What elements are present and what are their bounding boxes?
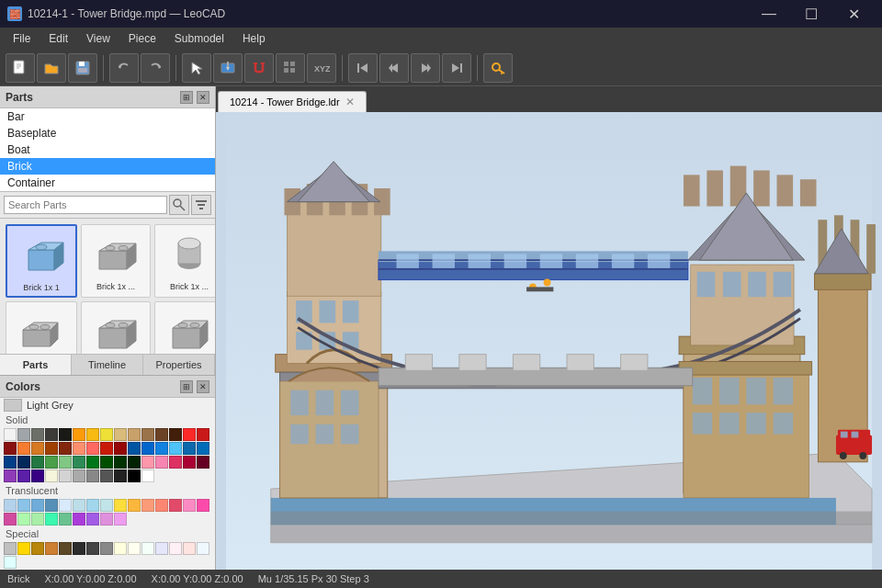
- solid-color-swatch[interactable]: [17, 456, 30, 469]
- part-item-brick-1x2a[interactable]: Brick 1x ...: [81, 224, 151, 298]
- solid-color-swatch[interactable]: [100, 442, 113, 455]
- special-color-swatch[interactable]: [4, 542, 17, 555]
- solid-color-swatch[interactable]: [59, 469, 72, 482]
- save-button[interactable]: [68, 53, 97, 83]
- menu-submodel[interactable]: Submodel: [165, 28, 233, 50]
- solid-color-swatch[interactable]: [128, 442, 141, 455]
- solid-color-swatch[interactable]: [128, 428, 141, 441]
- solid-color-swatch[interactable]: [114, 442, 127, 455]
- special-color-swatch[interactable]: [17, 542, 30, 555]
- menu-piece[interactable]: Piece: [119, 28, 165, 50]
- translucent-color-swatch[interactable]: [31, 513, 44, 526]
- solid-color-swatch[interactable]: [86, 442, 99, 455]
- category-bar[interactable]: Bar: [0, 108, 215, 125]
- search-button[interactable]: [169, 195, 189, 215]
- solid-color-swatch[interactable]: [128, 456, 141, 469]
- solid-color-swatch[interactable]: [59, 428, 72, 441]
- menu-view[interactable]: View: [77, 28, 119, 50]
- colors-panel-expand[interactable]: ⊞: [180, 380, 193, 393]
- special-color-swatch[interactable]: [183, 542, 196, 555]
- solid-color-swatch[interactable]: [100, 428, 113, 441]
- solid-color-swatch[interactable]: [86, 456, 99, 469]
- undo-button[interactable]: [109, 53, 139, 83]
- solid-color-swatch[interactable]: [141, 469, 154, 482]
- translucent-color-swatch[interactable]: [17, 499, 30, 512]
- xyz-tool[interactable]: XYZ: [307, 53, 336, 83]
- tab-properties[interactable]: Properties: [143, 355, 215, 375]
- solid-color-swatch[interactable]: [73, 442, 85, 455]
- special-color-swatch[interactable]: [45, 542, 58, 555]
- translucent-color-swatch[interactable]: [141, 499, 154, 512]
- solid-color-swatch[interactable]: [155, 428, 168, 441]
- special-color-swatch[interactable]: [155, 542, 168, 555]
- translucent-color-swatch[interactable]: [31, 499, 44, 512]
- solid-color-swatch[interactable]: [73, 469, 85, 482]
- solid-color-swatch[interactable]: [114, 428, 127, 441]
- translucent-color-swatch[interactable]: [59, 513, 72, 526]
- category-brick[interactable]: Brick: [0, 158, 215, 175]
- solid-color-swatch[interactable]: [17, 442, 30, 455]
- grid-tool[interactable]: [276, 53, 305, 83]
- viewport-tab-tower-bridge[interactable]: 10214 - Tower Bridge.ldr ✕: [218, 91, 367, 112]
- key-tool[interactable]: [483, 53, 513, 83]
- new-button[interactable]: [6, 53, 35, 83]
- solid-color-swatch[interactable]: [128, 469, 141, 482]
- solid-color-swatch[interactable]: [45, 456, 58, 469]
- solid-color-swatch[interactable]: [59, 442, 72, 455]
- translucent-color-swatch[interactable]: [4, 499, 17, 512]
- solid-color-swatch[interactable]: [17, 428, 30, 441]
- solid-color-swatch[interactable]: [4, 456, 17, 469]
- maximize-button[interactable]: ☐: [790, 0, 832, 28]
- select-tool[interactable]: [182, 53, 211, 83]
- solid-color-swatch[interactable]: [4, 469, 17, 482]
- translucent-color-swatch[interactable]: [197, 499, 209, 512]
- solid-color-swatch[interactable]: [100, 456, 113, 469]
- solid-color-swatch[interactable]: [155, 456, 168, 469]
- category-baseplate[interactable]: Baseplate: [0, 125, 215, 141]
- translucent-color-swatch[interactable]: [59, 499, 72, 512]
- solid-color-swatch[interactable]: [169, 456, 182, 469]
- solid-color-swatch[interactable]: [31, 469, 44, 482]
- special-color-swatch[interactable]: [31, 542, 44, 555]
- solid-color-swatch[interactable]: [86, 428, 99, 441]
- translucent-color-swatch[interactable]: [73, 513, 85, 526]
- viewport-tab-close[interactable]: ✕: [345, 96, 355, 108]
- special-color-swatch[interactable]: [4, 556, 17, 569]
- colors-panel-close[interactable]: ✕: [197, 380, 209, 393]
- solid-color-swatch[interactable]: [45, 428, 58, 441]
- redo-button[interactable]: [141, 53, 170, 83]
- solid-color-swatch[interactable]: [31, 456, 44, 469]
- next-step-button[interactable]: [411, 53, 440, 83]
- solid-color-swatch[interactable]: [183, 428, 196, 441]
- viewport-canvas[interactable]: [216, 112, 882, 570]
- solid-color-swatch[interactable]: [31, 442, 44, 455]
- solid-color-swatch[interactable]: [4, 428, 17, 441]
- solid-color-swatch[interactable]: [17, 469, 30, 482]
- selected-color-swatch[interactable]: [4, 399, 22, 412]
- solid-color-swatch[interactable]: [114, 469, 127, 482]
- part-item-brick-1x3b[interactable]: Brick 1x ...: [81, 301, 151, 354]
- solid-color-swatch[interactable]: [73, 428, 85, 441]
- solid-color-swatch[interactable]: [197, 442, 209, 455]
- solid-color-swatch[interactable]: [59, 456, 72, 469]
- special-color-swatch[interactable]: [169, 542, 182, 555]
- solid-color-swatch[interactable]: [169, 428, 182, 441]
- translucent-color-swatch[interactable]: [45, 513, 58, 526]
- part-item-brick-1x2b[interactable]: Brick 1x ...: [154, 224, 215, 298]
- translucent-color-swatch[interactable]: [155, 499, 168, 512]
- translucent-color-swatch[interactable]: [114, 499, 127, 512]
- search-input[interactable]: [4, 196, 167, 214]
- solid-color-swatch[interactable]: [100, 469, 113, 482]
- solid-color-swatch[interactable]: [155, 442, 168, 455]
- category-boat[interactable]: Boat: [0, 141, 215, 158]
- translucent-color-swatch[interactable]: [100, 513, 113, 526]
- part-item-brick-1x3c[interactable]: Brick 1x ...: [154, 301, 215, 354]
- minimize-button[interactable]: —: [748, 0, 790, 28]
- special-color-swatch[interactable]: [141, 542, 154, 555]
- solid-color-swatch[interactable]: [31, 428, 44, 441]
- special-color-swatch[interactable]: [73, 542, 85, 555]
- translucent-color-swatch[interactable]: [86, 513, 99, 526]
- solid-color-swatch[interactable]: [45, 469, 58, 482]
- translucent-color-swatch[interactable]: [114, 513, 127, 526]
- solid-color-swatch[interactable]: [45, 442, 58, 455]
